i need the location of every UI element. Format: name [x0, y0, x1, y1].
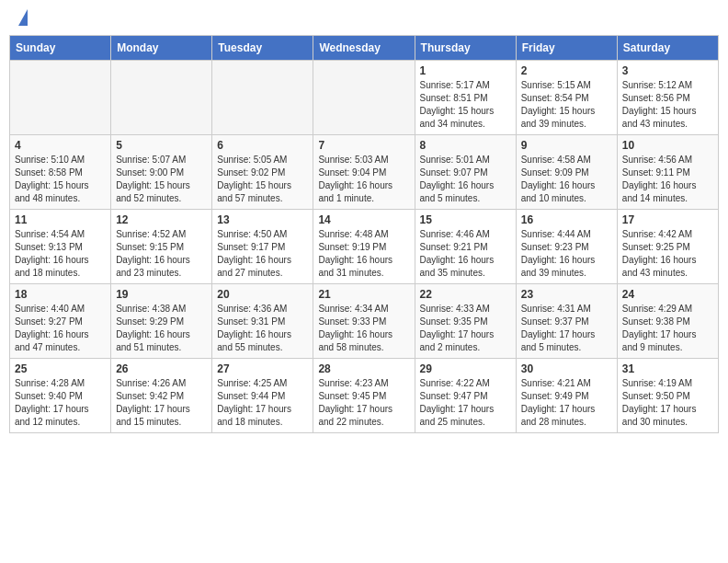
day-number: 23 — [521, 288, 612, 301]
calendar-cell: 31Sunrise: 4:19 AM Sunset: 9:50 PM Dayli… — [617, 359, 718, 433]
calendar-cell: 26Sunrise: 4:26 AM Sunset: 9:42 PM Dayli… — [111, 359, 212, 433]
day-info: Sunrise: 4:52 AM Sunset: 9:15 PM Dayligh… — [116, 228, 207, 280]
day-info: Sunrise: 4:33 AM Sunset: 9:35 PM Dayligh… — [420, 303, 511, 354]
day-number: 29 — [420, 362, 511, 375]
day-info: Sunrise: 4:46 AM Sunset: 9:21 PM Dayligh… — [420, 228, 511, 280]
calendar-cell: 20Sunrise: 4:36 AM Sunset: 9:31 PM Dayli… — [212, 284, 313, 359]
calendar-cell: 21Sunrise: 4:34 AM Sunset: 9:33 PM Dayli… — [313, 284, 415, 359]
day-info: Sunrise: 4:36 AM Sunset: 9:31 PM Dayligh… — [217, 303, 308, 354]
page-header — [9, 9, 719, 29]
calendar-table: SundayMondayTuesdayWednesdayThursdayFrid… — [9, 35, 719, 433]
calendar-cell: 4Sunrise: 5:10 AM Sunset: 8:58 PM Daylig… — [10, 135, 111, 210]
day-number: 9 — [521, 139, 612, 152]
calendar-week-row: 4Sunrise: 5:10 AM Sunset: 8:58 PM Daylig… — [10, 135, 719, 210]
day-info: Sunrise: 5:15 AM Sunset: 8:54 PM Dayligh… — [521, 79, 612, 131]
calendar-cell — [111, 61, 212, 135]
day-info: Sunrise: 4:21 AM Sunset: 9:49 PM Dayligh… — [521, 377, 612, 429]
weekday-header-thursday: Thursday — [415, 36, 516, 61]
day-info: Sunrise: 4:38 AM Sunset: 9:29 PM Dayligh… — [116, 303, 207, 354]
calendar-cell — [313, 61, 415, 135]
calendar-cell: 1Sunrise: 5:17 AM Sunset: 8:51 PM Daylig… — [415, 61, 516, 135]
calendar-cell — [212, 61, 313, 135]
day-info: Sunrise: 4:42 AM Sunset: 9:25 PM Dayligh… — [622, 228, 713, 280]
day-info: Sunrise: 4:22 AM Sunset: 9:47 PM Dayligh… — [420, 377, 511, 429]
logo — [17, 13, 28, 26]
calendar-cell: 15Sunrise: 4:46 AM Sunset: 9:21 PM Dayli… — [415, 210, 516, 284]
weekday-header-row: SundayMondayTuesdayWednesdayThursdayFrid… — [10, 36, 719, 61]
calendar-cell: 17Sunrise: 4:42 AM Sunset: 9:25 PM Dayli… — [617, 210, 718, 284]
day-number: 28 — [318, 362, 409, 375]
calendar-cell: 18Sunrise: 4:40 AM Sunset: 9:27 PM Dayli… — [10, 284, 111, 359]
day-info: Sunrise: 4:23 AM Sunset: 9:45 PM Dayligh… — [318, 377, 409, 429]
day-number: 25 — [15, 362, 106, 375]
day-info: Sunrise: 5:12 AM Sunset: 8:56 PM Dayligh… — [622, 79, 713, 131]
day-number: 18 — [15, 288, 106, 301]
day-info: Sunrise: 4:26 AM Sunset: 9:42 PM Dayligh… — [116, 377, 207, 429]
calendar-week-row: 11Sunrise: 4:54 AM Sunset: 9:13 PM Dayli… — [10, 210, 719, 284]
day-number: 11 — [15, 213, 106, 226]
calendar-cell: 16Sunrise: 4:44 AM Sunset: 9:23 PM Dayli… — [516, 210, 617, 284]
calendar-cell: 3Sunrise: 5:12 AM Sunset: 8:56 PM Daylig… — [617, 61, 718, 135]
day-info: Sunrise: 4:19 AM Sunset: 9:50 PM Dayligh… — [622, 377, 713, 429]
day-number: 15 — [420, 213, 511, 226]
day-number: 6 — [217, 139, 308, 152]
day-number: 27 — [217, 362, 308, 375]
day-number: 5 — [116, 139, 207, 152]
day-info: Sunrise: 4:34 AM Sunset: 9:33 PM Dayligh… — [318, 303, 409, 354]
day-info: Sunrise: 5:10 AM Sunset: 8:58 PM Dayligh… — [15, 154, 106, 205]
calendar-cell: 10Sunrise: 4:56 AM Sunset: 9:11 PM Dayli… — [617, 135, 718, 210]
day-number: 7 — [318, 139, 409, 152]
day-info: Sunrise: 4:58 AM Sunset: 9:09 PM Dayligh… — [521, 154, 612, 205]
day-number: 8 — [420, 139, 511, 152]
day-info: Sunrise: 4:50 AM Sunset: 9:17 PM Dayligh… — [217, 228, 308, 280]
day-info: Sunrise: 5:03 AM Sunset: 9:04 PM Dayligh… — [318, 154, 409, 205]
day-number: 1 — [420, 64, 511, 77]
calendar-cell: 7Sunrise: 5:03 AM Sunset: 9:04 PM Daylig… — [313, 135, 415, 210]
calendar-cell — [10, 61, 111, 135]
day-info: Sunrise: 4:28 AM Sunset: 9:40 PM Dayligh… — [15, 377, 106, 429]
calendar-cell: 23Sunrise: 4:31 AM Sunset: 9:37 PM Dayli… — [516, 284, 617, 359]
day-number: 14 — [318, 213, 409, 226]
day-info: Sunrise: 4:54 AM Sunset: 9:13 PM Dayligh… — [15, 228, 106, 280]
day-info: Sunrise: 5:01 AM Sunset: 9:07 PM Dayligh… — [420, 154, 511, 205]
calendar-cell: 6Sunrise: 5:05 AM Sunset: 9:02 PM Daylig… — [212, 135, 313, 210]
calendar-cell: 2Sunrise: 5:15 AM Sunset: 8:54 PM Daylig… — [516, 61, 617, 135]
weekday-header-monday: Monday — [111, 36, 212, 61]
calendar-cell: 14Sunrise: 4:48 AM Sunset: 9:19 PM Dayli… — [313, 210, 415, 284]
day-number: 16 — [521, 213, 612, 226]
day-number: 20 — [217, 288, 308, 301]
day-number: 30 — [521, 362, 612, 375]
day-number: 19 — [116, 288, 207, 301]
calendar-week-row: 25Sunrise: 4:28 AM Sunset: 9:40 PM Dayli… — [10, 359, 719, 433]
day-number: 10 — [622, 139, 713, 152]
day-info: Sunrise: 5:05 AM Sunset: 9:02 PM Dayligh… — [217, 154, 308, 205]
calendar-week-row: 18Sunrise: 4:40 AM Sunset: 9:27 PM Dayli… — [10, 284, 719, 359]
calendar-cell: 9Sunrise: 4:58 AM Sunset: 9:09 PM Daylig… — [516, 135, 617, 210]
day-number: 24 — [622, 288, 713, 301]
day-number: 21 — [318, 288, 409, 301]
calendar-cell: 22Sunrise: 4:33 AM Sunset: 9:35 PM Dayli… — [415, 284, 516, 359]
weekday-header-tuesday: Tuesday — [212, 36, 313, 61]
weekday-header-friday: Friday — [516, 36, 617, 61]
calendar-cell: 27Sunrise: 4:25 AM Sunset: 9:44 PM Dayli… — [212, 359, 313, 433]
calendar-cell: 13Sunrise: 4:50 AM Sunset: 9:17 PM Dayli… — [212, 210, 313, 284]
calendar-cell: 8Sunrise: 5:01 AM Sunset: 9:07 PM Daylig… — [415, 135, 516, 210]
day-number: 17 — [622, 213, 713, 226]
calendar-cell: 29Sunrise: 4:22 AM Sunset: 9:47 PM Dayli… — [415, 359, 516, 433]
calendar-cell: 5Sunrise: 5:07 AM Sunset: 9:00 PM Daylig… — [111, 135, 212, 210]
calendar-cell: 12Sunrise: 4:52 AM Sunset: 9:15 PM Dayli… — [111, 210, 212, 284]
day-number: 3 — [622, 64, 713, 77]
weekday-header-wednesday: Wednesday — [313, 36, 415, 61]
day-number: 31 — [622, 362, 713, 375]
calendar-cell: 30Sunrise: 4:21 AM Sunset: 9:49 PM Dayli… — [516, 359, 617, 433]
calendar-cell: 25Sunrise: 4:28 AM Sunset: 9:40 PM Dayli… — [10, 359, 111, 433]
day-number: 13 — [217, 213, 308, 226]
calendar-cell: 11Sunrise: 4:54 AM Sunset: 9:13 PM Dayli… — [10, 210, 111, 284]
day-info: Sunrise: 4:40 AM Sunset: 9:27 PM Dayligh… — [15, 303, 106, 354]
day-info: Sunrise: 4:25 AM Sunset: 9:44 PM Dayligh… — [217, 377, 308, 429]
day-info: Sunrise: 5:07 AM Sunset: 9:00 PM Dayligh… — [116, 154, 207, 205]
day-number: 22 — [420, 288, 511, 301]
day-info: Sunrise: 4:56 AM Sunset: 9:11 PM Dayligh… — [622, 154, 713, 205]
calendar-cell: 28Sunrise: 4:23 AM Sunset: 9:45 PM Dayli… — [313, 359, 415, 433]
weekday-header-sunday: Sunday — [10, 36, 111, 61]
